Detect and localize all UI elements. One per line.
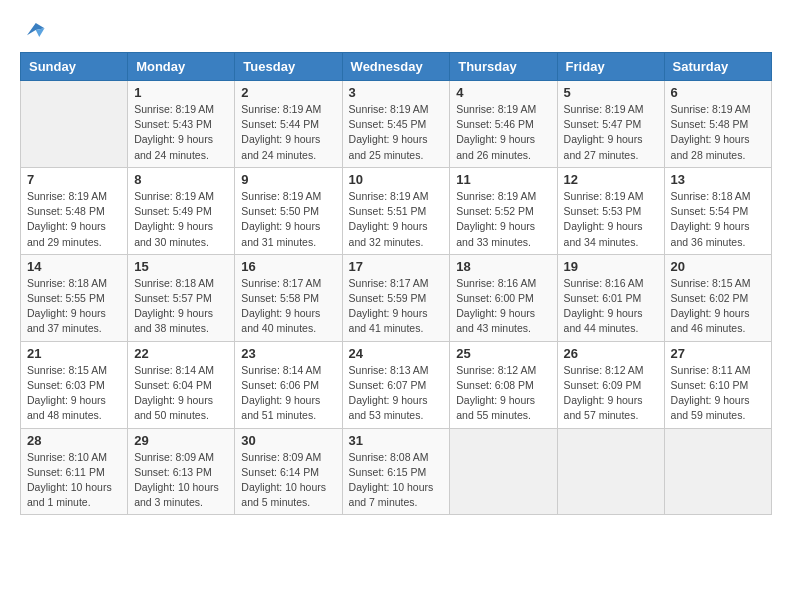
calendar-cell: 4Sunrise: 8:19 AMSunset: 5:46 PMDaylight… bbox=[450, 81, 557, 168]
day-number: 2 bbox=[241, 85, 335, 100]
logo-icon bbox=[20, 16, 48, 44]
calendar-cell: 12Sunrise: 8:19 AMSunset: 5:53 PMDayligh… bbox=[557, 167, 664, 254]
day-detail: Sunrise: 8:19 AMSunset: 5:48 PMDaylight:… bbox=[27, 189, 121, 250]
calendar-cell: 13Sunrise: 8:18 AMSunset: 5:54 PMDayligh… bbox=[664, 167, 771, 254]
day-detail: Sunrise: 8:15 AMSunset: 6:03 PMDaylight:… bbox=[27, 363, 121, 424]
calendar-cell: 16Sunrise: 8:17 AMSunset: 5:58 PMDayligh… bbox=[235, 254, 342, 341]
calendar-cell: 8Sunrise: 8:19 AMSunset: 5:49 PMDaylight… bbox=[128, 167, 235, 254]
day-number: 14 bbox=[27, 259, 121, 274]
calendar-cell: 17Sunrise: 8:17 AMSunset: 5:59 PMDayligh… bbox=[342, 254, 450, 341]
day-number: 5 bbox=[564, 85, 658, 100]
day-number: 11 bbox=[456, 172, 550, 187]
day-detail: Sunrise: 8:19 AMSunset: 5:51 PMDaylight:… bbox=[349, 189, 444, 250]
day-detail: Sunrise: 8:19 AMSunset: 5:47 PMDaylight:… bbox=[564, 102, 658, 163]
day-detail: Sunrise: 8:09 AMSunset: 6:14 PMDaylight:… bbox=[241, 450, 335, 511]
day-detail: Sunrise: 8:14 AMSunset: 6:06 PMDaylight:… bbox=[241, 363, 335, 424]
calendar-cell: 7Sunrise: 8:19 AMSunset: 5:48 PMDaylight… bbox=[21, 167, 128, 254]
calendar-body: 1Sunrise: 8:19 AMSunset: 5:43 PMDaylight… bbox=[21, 81, 772, 515]
logo bbox=[20, 16, 52, 44]
page-header bbox=[20, 16, 772, 44]
day-number: 9 bbox=[241, 172, 335, 187]
day-detail: Sunrise: 8:16 AMSunset: 6:01 PMDaylight:… bbox=[564, 276, 658, 337]
weekday-header-saturday: Saturday bbox=[664, 53, 771, 81]
weekday-header-tuesday: Tuesday bbox=[235, 53, 342, 81]
day-detail: Sunrise: 8:19 AMSunset: 5:46 PMDaylight:… bbox=[456, 102, 550, 163]
calendar-cell: 11Sunrise: 8:19 AMSunset: 5:52 PMDayligh… bbox=[450, 167, 557, 254]
calendar-cell: 22Sunrise: 8:14 AMSunset: 6:04 PMDayligh… bbox=[128, 341, 235, 428]
calendar-cell bbox=[450, 428, 557, 515]
day-number: 30 bbox=[241, 433, 335, 448]
day-detail: Sunrise: 8:19 AMSunset: 5:49 PMDaylight:… bbox=[134, 189, 228, 250]
day-detail: Sunrise: 8:14 AMSunset: 6:04 PMDaylight:… bbox=[134, 363, 228, 424]
calendar-cell: 3Sunrise: 8:19 AMSunset: 5:45 PMDaylight… bbox=[342, 81, 450, 168]
day-number: 26 bbox=[564, 346, 658, 361]
day-number: 7 bbox=[27, 172, 121, 187]
calendar-cell: 31Sunrise: 8:08 AMSunset: 6:15 PMDayligh… bbox=[342, 428, 450, 515]
day-detail: Sunrise: 8:19 AMSunset: 5:52 PMDaylight:… bbox=[456, 189, 550, 250]
calendar-cell: 15Sunrise: 8:18 AMSunset: 5:57 PMDayligh… bbox=[128, 254, 235, 341]
calendar-cell: 28Sunrise: 8:10 AMSunset: 6:11 PMDayligh… bbox=[21, 428, 128, 515]
calendar-cell: 1Sunrise: 8:19 AMSunset: 5:43 PMDaylight… bbox=[128, 81, 235, 168]
day-detail: Sunrise: 8:19 AMSunset: 5:43 PMDaylight:… bbox=[134, 102, 228, 163]
day-number: 16 bbox=[241, 259, 335, 274]
weekday-header-sunday: Sunday bbox=[21, 53, 128, 81]
day-number: 19 bbox=[564, 259, 658, 274]
day-number: 28 bbox=[27, 433, 121, 448]
day-detail: Sunrise: 8:12 AMSunset: 6:08 PMDaylight:… bbox=[456, 363, 550, 424]
day-number: 22 bbox=[134, 346, 228, 361]
day-number: 20 bbox=[671, 259, 765, 274]
day-number: 8 bbox=[134, 172, 228, 187]
day-number: 18 bbox=[456, 259, 550, 274]
day-number: 17 bbox=[349, 259, 444, 274]
day-number: 1 bbox=[134, 85, 228, 100]
day-number: 3 bbox=[349, 85, 444, 100]
day-detail: Sunrise: 8:18 AMSunset: 5:54 PMDaylight:… bbox=[671, 189, 765, 250]
day-number: 13 bbox=[671, 172, 765, 187]
day-detail: Sunrise: 8:09 AMSunset: 6:13 PMDaylight:… bbox=[134, 450, 228, 511]
day-detail: Sunrise: 8:19 AMSunset: 5:50 PMDaylight:… bbox=[241, 189, 335, 250]
calendar-week-1: 7Sunrise: 8:19 AMSunset: 5:48 PMDaylight… bbox=[21, 167, 772, 254]
calendar-cell: 30Sunrise: 8:09 AMSunset: 6:14 PMDayligh… bbox=[235, 428, 342, 515]
calendar-cell: 5Sunrise: 8:19 AMSunset: 5:47 PMDaylight… bbox=[557, 81, 664, 168]
day-detail: Sunrise: 8:13 AMSunset: 6:07 PMDaylight:… bbox=[349, 363, 444, 424]
day-number: 6 bbox=[671, 85, 765, 100]
calendar-cell: 23Sunrise: 8:14 AMSunset: 6:06 PMDayligh… bbox=[235, 341, 342, 428]
calendar-cell: 26Sunrise: 8:12 AMSunset: 6:09 PMDayligh… bbox=[557, 341, 664, 428]
day-detail: Sunrise: 8:08 AMSunset: 6:15 PMDaylight:… bbox=[349, 450, 444, 511]
calendar-cell: 19Sunrise: 8:16 AMSunset: 6:01 PMDayligh… bbox=[557, 254, 664, 341]
day-detail: Sunrise: 8:18 AMSunset: 5:55 PMDaylight:… bbox=[27, 276, 121, 337]
day-detail: Sunrise: 8:16 AMSunset: 6:00 PMDaylight:… bbox=[456, 276, 550, 337]
calendar-cell: 2Sunrise: 8:19 AMSunset: 5:44 PMDaylight… bbox=[235, 81, 342, 168]
calendar-cell: 27Sunrise: 8:11 AMSunset: 6:10 PMDayligh… bbox=[664, 341, 771, 428]
day-detail: Sunrise: 8:19 AMSunset: 5:53 PMDaylight:… bbox=[564, 189, 658, 250]
calendar-cell: 6Sunrise: 8:19 AMSunset: 5:48 PMDaylight… bbox=[664, 81, 771, 168]
weekday-header-wednesday: Wednesday bbox=[342, 53, 450, 81]
calendar-week-4: 28Sunrise: 8:10 AMSunset: 6:11 PMDayligh… bbox=[21, 428, 772, 515]
calendar-cell: 20Sunrise: 8:15 AMSunset: 6:02 PMDayligh… bbox=[664, 254, 771, 341]
day-number: 27 bbox=[671, 346, 765, 361]
day-number: 15 bbox=[134, 259, 228, 274]
weekday-header-monday: Monday bbox=[128, 53, 235, 81]
day-detail: Sunrise: 8:19 AMSunset: 5:48 PMDaylight:… bbox=[671, 102, 765, 163]
day-detail: Sunrise: 8:17 AMSunset: 5:58 PMDaylight:… bbox=[241, 276, 335, 337]
day-detail: Sunrise: 8:17 AMSunset: 5:59 PMDaylight:… bbox=[349, 276, 444, 337]
weekday-header-friday: Friday bbox=[557, 53, 664, 81]
calendar-cell: 18Sunrise: 8:16 AMSunset: 6:00 PMDayligh… bbox=[450, 254, 557, 341]
calendar-cell bbox=[21, 81, 128, 168]
day-number: 25 bbox=[456, 346, 550, 361]
day-detail: Sunrise: 8:10 AMSunset: 6:11 PMDaylight:… bbox=[27, 450, 121, 511]
day-detail: Sunrise: 8:15 AMSunset: 6:02 PMDaylight:… bbox=[671, 276, 765, 337]
day-detail: Sunrise: 8:18 AMSunset: 5:57 PMDaylight:… bbox=[134, 276, 228, 337]
day-number: 4 bbox=[456, 85, 550, 100]
calendar-cell bbox=[664, 428, 771, 515]
day-detail: Sunrise: 8:19 AMSunset: 5:45 PMDaylight:… bbox=[349, 102, 444, 163]
day-number: 21 bbox=[27, 346, 121, 361]
calendar-week-0: 1Sunrise: 8:19 AMSunset: 5:43 PMDaylight… bbox=[21, 81, 772, 168]
day-number: 31 bbox=[349, 433, 444, 448]
day-number: 10 bbox=[349, 172, 444, 187]
calendar-cell: 24Sunrise: 8:13 AMSunset: 6:07 PMDayligh… bbox=[342, 341, 450, 428]
calendar-cell: 25Sunrise: 8:12 AMSunset: 6:08 PMDayligh… bbox=[450, 341, 557, 428]
day-detail: Sunrise: 8:12 AMSunset: 6:09 PMDaylight:… bbox=[564, 363, 658, 424]
calendar-cell: 21Sunrise: 8:15 AMSunset: 6:03 PMDayligh… bbox=[21, 341, 128, 428]
day-number: 29 bbox=[134, 433, 228, 448]
